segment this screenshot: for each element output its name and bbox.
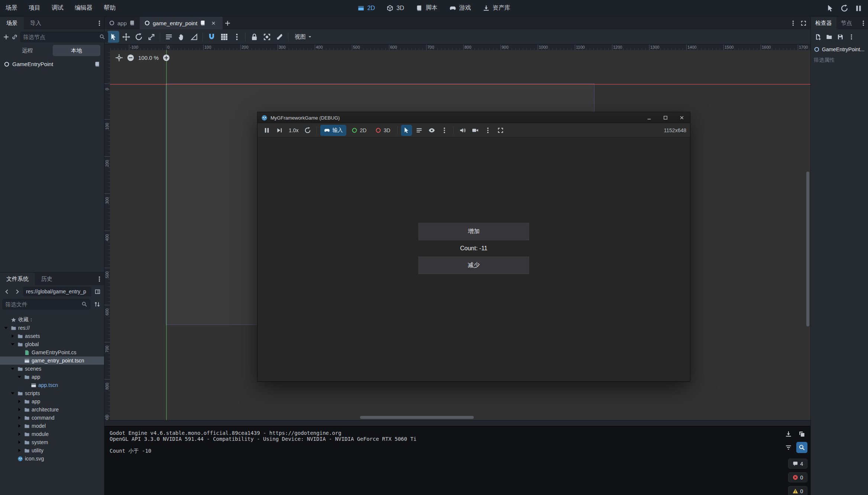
expander-right-icon[interactable]	[16, 423, 22, 429]
scene-tab-app[interactable]: app	[104, 17, 140, 29]
tree-row-global[interactable]: global	[0, 340, 104, 348]
scale-tool-button[interactable]	[145, 31, 157, 43]
zoom-level-label[interactable]: 100.0 %	[138, 55, 159, 61]
input-mode-toggle[interactable]: 输入	[320, 125, 346, 136]
zoom-in-button[interactable]	[162, 54, 170, 62]
scene-dock-menu-button[interactable]	[94, 18, 104, 28]
workspace-game[interactable]: 游戏	[444, 2, 476, 14]
copy-log-button[interactable]	[796, 429, 807, 440]
skeleton-options-button[interactable]	[273, 31, 285, 43]
expander-right-icon[interactable]	[10, 333, 16, 339]
distraction-free-button[interactable]	[799, 18, 808, 28]
tree-row-command[interactable]: command	[0, 414, 104, 422]
decrease-button[interactable]: 减少	[418, 257, 529, 274]
tree-row-icon-svg[interactable]: icon.svg	[0, 455, 104, 463]
selection-list-button[interactable]	[414, 125, 425, 136]
hscrollbar-thumb[interactable]	[360, 416, 474, 419]
tree-row-res[interactable]: res://	[0, 324, 104, 332]
filter-files-input[interactable]	[5, 301, 79, 307]
menu-scene[interactable]: 场景	[0, 0, 23, 16]
new-resource-button[interactable]	[813, 32, 823, 42]
next-frame-button[interactable]	[274, 125, 285, 136]
filter-nodes-input[interactable]	[23, 34, 97, 40]
restart-game-button[interactable]	[838, 2, 850, 14]
scene-tab-game-entry-point[interactable]: game_entry_point	[140, 17, 223, 29]
menu-help[interactable]: 帮助	[98, 0, 121, 16]
workspace-assetlib[interactable]: 资产库	[478, 2, 515, 14]
close-tab-button[interactable]	[208, 18, 218, 28]
debug-2d-toggle[interactable]: 2D	[348, 125, 370, 136]
filesystem-menu-button[interactable]	[94, 274, 104, 284]
view-menu-button[interactable]: 视图	[291, 31, 316, 42]
tab-inspector[interactable]: 检查器	[811, 17, 836, 29]
tree-row-model[interactable]: model	[0, 422, 104, 430]
expander-right-icon[interactable]	[16, 407, 22, 413]
group-selected-button[interactable]	[261, 31, 273, 43]
menu-debug[interactable]: 调试	[46, 0, 69, 16]
expander-right-icon[interactable]	[16, 415, 22, 421]
scene-tree-menu-button[interactable]	[110, 32, 117, 42]
zoom-out-button[interactable]	[127, 54, 135, 62]
suspend-button[interactable]	[261, 125, 272, 136]
current-path-input[interactable]	[23, 287, 91, 296]
tab-scene[interactable]: 场景	[0, 17, 24, 29]
messages-filter-badge[interactable]: 4	[788, 459, 807, 469]
vscrollbar-thumb[interactable]	[806, 172, 809, 326]
smart-snap-button[interactable]	[205, 31, 217, 43]
local-button[interactable]: 本地	[53, 45, 100, 56]
expander-down-icon[interactable]	[16, 374, 22, 380]
maximize-window-button[interactable]	[657, 112, 674, 123]
mute-audio-button[interactable]	[457, 125, 468, 136]
instance-scene-button[interactable]	[12, 32, 18, 42]
selection-options-button[interactable]	[439, 125, 450, 136]
favorites-row[interactable]: 收藏：	[0, 316, 104, 324]
tree-row-scripts[interactable]: scripts	[0, 389, 104, 397]
load-resource-button[interactable]	[824, 32, 834, 42]
resource-options-button[interactable]	[846, 32, 856, 42]
move-tool-button[interactable]	[120, 31, 132, 43]
selection-visibility-button[interactable]	[426, 125, 437, 136]
tree-row-app-tscn[interactable]: app.tscn	[0, 381, 104, 389]
reset-time-scale-button[interactable]	[302, 125, 313, 136]
snap-options-button[interactable]	[231, 31, 243, 43]
tree-row-utility[interactable]: utility	[0, 446, 104, 455]
list-select-tool-button[interactable]	[163, 31, 175, 43]
embed-fullscreen-button[interactable]	[495, 125, 506, 136]
menu-project[interactable]: 项目	[23, 0, 46, 16]
center-view-icon[interactable]	[115, 54, 123, 62]
tree-row-scenes[interactable]: scenes	[0, 365, 104, 373]
sort-files-button[interactable]	[92, 299, 102, 309]
ruler-tool-button[interactable]	[188, 31, 200, 43]
errors-filter-badge[interactable]: 0	[788, 472, 807, 482]
expander-right-icon[interactable]	[16, 431, 22, 437]
expander-down-icon[interactable]	[10, 366, 16, 372]
workspace-3d[interactable]: 3D	[382, 2, 409, 14]
pan-tool-button[interactable]	[175, 31, 187, 43]
tree-row-scripts-app[interactable]: app	[0, 397, 104, 406]
collapse-duplicates-button[interactable]	[783, 442, 794, 453]
expander-right-icon[interactable]	[16, 439, 22, 445]
tree-row-module[interactable]: module	[0, 430, 104, 438]
game-select-mode-button[interactable]	[401, 125, 412, 136]
save-log-button[interactable]	[783, 429, 794, 440]
scene-tabs-menu-button[interactable]	[788, 18, 798, 28]
tab-import[interactable]: 导入	[24, 17, 48, 29]
pause-game-button[interactable]	[852, 2, 864, 14]
tree-row-scenes-app[interactable]: app	[0, 373, 104, 381]
debug-3d-toggle[interactable]: 3D	[372, 125, 394, 136]
warnings-filter-badge[interactable]: 0	[788, 486, 807, 495]
tab-history[interactable]: 历史	[35, 273, 59, 285]
expander-right-icon[interactable]	[16, 447, 22, 453]
inspector-dock-menu-button[interactable]	[858, 18, 868, 28]
nav-back-button[interactable]	[2, 287, 11, 296]
toggle-split-mode-button[interactable]	[93, 287, 102, 296]
expander-right-icon[interactable]	[16, 398, 22, 404]
new-scene-tab-button[interactable]	[223, 18, 232, 28]
expander-down-icon[interactable]	[10, 341, 16, 347]
workspace-2d[interactable]: 2D	[353, 2, 380, 14]
edited-object-row[interactable]: GameEntryPoint...	[811, 44, 868, 55]
camera-options-button[interactable]	[482, 125, 493, 136]
debugger-pick-button[interactable]	[824, 2, 836, 14]
tree-row-gameentrypoint-cs[interactable]: GameEntryPoint.cs	[0, 348, 104, 356]
time-scale-label[interactable]: 1.0x	[286, 127, 301, 133]
